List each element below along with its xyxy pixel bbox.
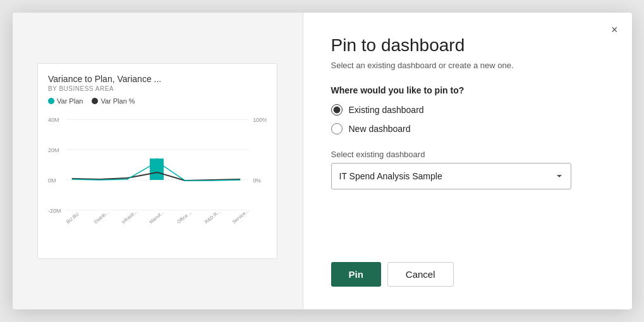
dropdown-label: Select existing dashboard	[331, 150, 604, 159]
new-dashboard-option[interactable]: New dashboard	[331, 123, 604, 134]
panel-title: Pin to dashboard	[331, 35, 604, 56]
pin-form-panel: × Pin to dashboard Select an existing da…	[303, 13, 632, 309]
chart-preview-panel: Variance to Plan, Variance ... BY BUSINE…	[13, 13, 303, 309]
svg-text:-20M: -20M	[48, 208, 61, 214]
svg-text:0M: 0M	[48, 177, 56, 184]
svg-text:R&D R...: R&D R...	[204, 208, 221, 225]
legend-var-plan-pct: Var Plan %	[92, 97, 135, 105]
pin-location-radio-group: Existing dashboard New dashboard	[331, 104, 604, 134]
pin-button[interactable]: Pin	[331, 262, 381, 287]
bar-manuf	[150, 158, 164, 180]
svg-text:Distrib...: Distrib...	[93, 210, 110, 225]
svg-text:Manuf...: Manuf...	[149, 210, 165, 225]
existing-dashboard-label: Existing dashboard	[349, 105, 424, 115]
cancel-button[interactable]: Cancel	[387, 262, 454, 287]
where-label: Where would you like to pin to?	[331, 85, 604, 95]
new-dashboard-label: New dashboard	[349, 124, 411, 134]
panel-subtitle: Select an existing dashboard or create a…	[331, 61, 604, 70]
chart-area: 40M 20M 0M -20M 100% 0%	[48, 110, 267, 236]
legend-var-plan-pct-label: Var Plan %	[100, 97, 135, 105]
chart-svg: 40M 20M 0M -20M 100% 0%	[48, 110, 267, 236]
chart-legend: Var Plan Var Plan %	[48, 97, 267, 105]
legend-var-plan-label: Var Plan	[57, 97, 83, 105]
svg-text:0%: 0%	[253, 177, 261, 184]
pin-to-dashboard-dialog: Variance to Plan, Variance ... BY BUSINE…	[13, 13, 632, 309]
svg-text:Service...: Service...	[231, 208, 250, 225]
existing-dashboard-radio[interactable]	[331, 104, 343, 116]
chart-subtitle: BY BUSINESS AREA	[48, 85, 267, 92]
svg-text:100%: 100%	[253, 117, 267, 123]
chart-card: Variance to Plan, Variance ... BY BUSINE…	[37, 63, 277, 259]
svg-text:BU BU: BU BU	[65, 212, 80, 225]
svg-text:Office ...: Office ...	[176, 209, 193, 225]
legend-dot-dark	[92, 98, 98, 104]
new-dashboard-radio[interactable]	[331, 123, 343, 134]
svg-text:20M: 20M	[48, 147, 59, 153]
svg-text:Infrastr...: Infrastr...	[121, 209, 138, 225]
close-button[interactable]: ×	[609, 21, 621, 38]
legend-dot-teal	[48, 98, 54, 104]
existing-dashboard-select[interactable]: IT Spend Analysis Sample	[331, 163, 571, 189]
chart-title: Variance to Plan, Variance ...	[48, 74, 267, 84]
existing-dashboard-option[interactable]: Existing dashboard	[331, 104, 604, 116]
action-buttons: Pin Cancel	[331, 262, 604, 287]
legend-var-plan: Var Plan	[48, 97, 83, 105]
svg-text:40M: 40M	[48, 117, 59, 123]
